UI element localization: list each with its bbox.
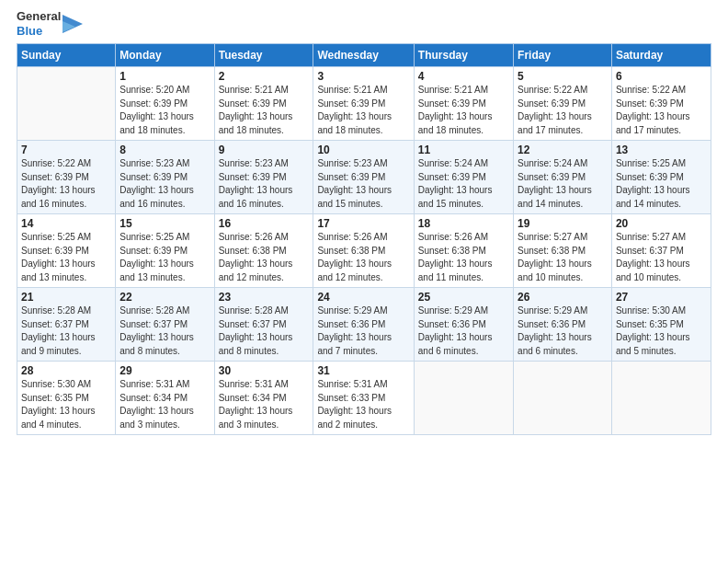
calendar-cell: 9Sunrise: 5:23 AMSunset: 6:39 PMDaylight… xyxy=(214,141,313,214)
header-tuesday: Tuesday xyxy=(214,44,313,67)
day-number: 5 xyxy=(518,70,608,83)
day-number: 8 xyxy=(119,144,210,156)
calendar-cell: 10Sunrise: 5:23 AMSunset: 6:39 PMDayligh… xyxy=(313,141,414,214)
day-info: Sunrise: 5:23 AMSunset: 6:39 PMDaylight:… xyxy=(119,157,210,211)
day-info: Sunrise: 5:21 AMSunset: 6:39 PMDaylight:… xyxy=(219,84,310,137)
day-number: 17 xyxy=(317,217,409,230)
day-info: Sunrise: 5:27 AMSunset: 6:37 PMDaylight:… xyxy=(616,231,707,284)
calendar-cell: 31Sunrise: 5:31 AMSunset: 6:33 PMDayligh… xyxy=(313,362,414,435)
calendar-cell: 4Sunrise: 5:21 AMSunset: 6:39 PMDaylight… xyxy=(414,67,513,141)
calendar-cell: 25Sunrise: 5:29 AMSunset: 6:36 PMDayligh… xyxy=(414,288,513,362)
day-info: Sunrise: 5:24 AMSunset: 6:39 PMDaylight:… xyxy=(518,157,608,211)
day-info: Sunrise: 5:26 AMSunset: 6:38 PMDaylight:… xyxy=(317,231,409,284)
day-info: Sunrise: 5:23 AMSunset: 6:39 PMDaylight:… xyxy=(317,157,409,211)
page: General Blue SundayMondayTuesdayWednesda… xyxy=(0,0,728,563)
day-number: 29 xyxy=(119,364,210,377)
day-info: Sunrise: 5:29 AMSunset: 6:36 PMDaylight:… xyxy=(518,304,608,358)
header-monday: Monday xyxy=(116,44,214,67)
day-number: 30 xyxy=(219,364,310,377)
day-info: Sunrise: 5:26 AMSunset: 6:38 PMDaylight:… xyxy=(219,231,310,284)
header-friday: Friday xyxy=(514,44,612,67)
calendar-cell: 27Sunrise: 5:30 AMSunset: 6:35 PMDayligh… xyxy=(611,288,711,362)
day-number: 16 xyxy=(219,217,310,230)
day-number: 24 xyxy=(317,291,409,304)
calendar-cell: 18Sunrise: 5:26 AMSunset: 6:38 PMDayligh… xyxy=(414,214,513,288)
calendar-cell: 20Sunrise: 5:27 AMSunset: 6:37 PMDayligh… xyxy=(611,214,711,288)
day-number: 12 xyxy=(518,144,608,156)
day-number: 2 xyxy=(219,70,310,83)
day-info: Sunrise: 5:31 AMSunset: 6:33 PMDaylight:… xyxy=(317,378,409,431)
day-info: Sunrise: 5:31 AMSunset: 6:34 PMDaylight:… xyxy=(219,378,310,431)
calendar-cell: 23Sunrise: 5:28 AMSunset: 6:37 PMDayligh… xyxy=(214,288,313,362)
calendar-cell: 21Sunrise: 5:28 AMSunset: 6:37 PMDayligh… xyxy=(17,288,116,362)
calendar-cell: 26Sunrise: 5:29 AMSunset: 6:36 PMDayligh… xyxy=(514,288,612,362)
day-info: Sunrise: 5:21 AMSunset: 6:39 PMDaylight:… xyxy=(418,84,509,137)
day-info: Sunrise: 5:24 AMSunset: 6:39 PMDaylight:… xyxy=(418,157,509,211)
day-info: Sunrise: 5:27 AMSunset: 6:38 PMDaylight:… xyxy=(518,231,608,284)
calendar-week-row: 21Sunrise: 5:28 AMSunset: 6:37 PMDayligh… xyxy=(17,288,711,362)
day-number: 27 xyxy=(616,291,707,304)
day-number: 6 xyxy=(616,70,707,83)
day-number: 1 xyxy=(119,70,210,83)
day-info: Sunrise: 5:21 AMSunset: 6:39 PMDaylight:… xyxy=(317,84,409,137)
calendar-table: SundayMondayTuesdayWednesdayThursdayFrid… xyxy=(17,43,711,435)
logo-text: General Blue xyxy=(17,9,61,38)
calendar-cell: 1Sunrise: 5:20 AMSunset: 6:39 PMDaylight… xyxy=(116,67,214,141)
day-info: Sunrise: 5:28 AMSunset: 6:37 PMDaylight:… xyxy=(119,304,210,358)
header: General Blue xyxy=(17,9,711,38)
calendar-cell: 7Sunrise: 5:22 AMSunset: 6:39 PMDaylight… xyxy=(17,141,116,214)
day-number: 21 xyxy=(21,291,111,304)
calendar-week-row: 14Sunrise: 5:25 AMSunset: 6:39 PMDayligh… xyxy=(17,214,711,288)
calendar-cell: 24Sunrise: 5:29 AMSunset: 6:36 PMDayligh… xyxy=(313,288,414,362)
day-number: 7 xyxy=(21,144,111,156)
day-info: Sunrise: 5:25 AMSunset: 6:39 PMDaylight:… xyxy=(119,231,210,284)
day-number: 15 xyxy=(119,217,210,230)
day-number: 18 xyxy=(418,217,509,230)
calendar-cell: 16Sunrise: 5:26 AMSunset: 6:38 PMDayligh… xyxy=(214,214,313,288)
day-info: Sunrise: 5:28 AMSunset: 6:37 PMDaylight:… xyxy=(21,304,111,358)
day-number: 26 xyxy=(518,291,608,304)
day-number: 23 xyxy=(219,291,310,304)
calendar-cell xyxy=(514,362,612,435)
calendar-cell: 3Sunrise: 5:21 AMSunset: 6:39 PMDaylight… xyxy=(313,67,414,141)
header-thursday: Thursday xyxy=(414,44,513,67)
day-number: 19 xyxy=(518,217,608,230)
calendar-cell: 13Sunrise: 5:25 AMSunset: 6:39 PMDayligh… xyxy=(611,141,711,214)
day-number: 11 xyxy=(418,144,509,156)
calendar-cell: 2Sunrise: 5:21 AMSunset: 6:39 PMDaylight… xyxy=(214,67,313,141)
day-number: 10 xyxy=(317,144,409,156)
logo-triangle-icon xyxy=(63,10,83,38)
calendar-cell: 19Sunrise: 5:27 AMSunset: 6:38 PMDayligh… xyxy=(514,214,612,288)
calendar-cell: 28Sunrise: 5:30 AMSunset: 6:35 PMDayligh… xyxy=(17,362,116,435)
calendar-cell: 5Sunrise: 5:22 AMSunset: 6:39 PMDaylight… xyxy=(514,67,612,141)
header-saturday: Saturday xyxy=(611,44,711,67)
day-number: 13 xyxy=(616,144,707,156)
day-info: Sunrise: 5:29 AMSunset: 6:36 PMDaylight:… xyxy=(418,304,509,358)
logo: General Blue xyxy=(17,9,83,38)
day-info: Sunrise: 5:31 AMSunset: 6:34 PMDaylight:… xyxy=(119,378,210,431)
day-info: Sunrise: 5:22 AMSunset: 6:39 PMDaylight:… xyxy=(616,84,707,137)
day-info: Sunrise: 5:28 AMSunset: 6:37 PMDaylight:… xyxy=(219,304,310,358)
calendar-cell: 29Sunrise: 5:31 AMSunset: 6:34 PMDayligh… xyxy=(116,362,214,435)
calendar-week-row: 28Sunrise: 5:30 AMSunset: 6:35 PMDayligh… xyxy=(17,362,711,435)
day-number: 9 xyxy=(219,144,310,156)
day-info: Sunrise: 5:29 AMSunset: 6:36 PMDaylight:… xyxy=(317,304,409,358)
calendar-cell: 14Sunrise: 5:25 AMSunset: 6:39 PMDayligh… xyxy=(17,214,116,288)
calendar-cell: 15Sunrise: 5:25 AMSunset: 6:39 PMDayligh… xyxy=(116,214,214,288)
calendar-cell: 17Sunrise: 5:26 AMSunset: 6:38 PMDayligh… xyxy=(313,214,414,288)
day-info: Sunrise: 5:25 AMSunset: 6:39 PMDaylight:… xyxy=(21,231,111,284)
calendar-cell: 8Sunrise: 5:23 AMSunset: 6:39 PMDaylight… xyxy=(116,141,214,214)
calendar-header-row: SundayMondayTuesdayWednesdayThursdayFrid… xyxy=(17,44,711,67)
day-number: 14 xyxy=(21,217,111,230)
day-number: 3 xyxy=(317,70,409,83)
day-info: Sunrise: 5:25 AMSunset: 6:39 PMDaylight:… xyxy=(616,157,707,211)
calendar-cell xyxy=(17,67,116,141)
day-info: Sunrise: 5:26 AMSunset: 6:38 PMDaylight:… xyxy=(418,231,509,284)
day-number: 20 xyxy=(616,217,707,230)
header-wednesday: Wednesday xyxy=(313,44,414,67)
day-number: 4 xyxy=(418,70,509,83)
calendar-cell: 11Sunrise: 5:24 AMSunset: 6:39 PMDayligh… xyxy=(414,141,513,214)
calendar-cell: 6Sunrise: 5:22 AMSunset: 6:39 PMDaylight… xyxy=(611,67,711,141)
day-info: Sunrise: 5:30 AMSunset: 6:35 PMDaylight:… xyxy=(616,304,707,358)
calendar-cell: 30Sunrise: 5:31 AMSunset: 6:34 PMDayligh… xyxy=(214,362,313,435)
